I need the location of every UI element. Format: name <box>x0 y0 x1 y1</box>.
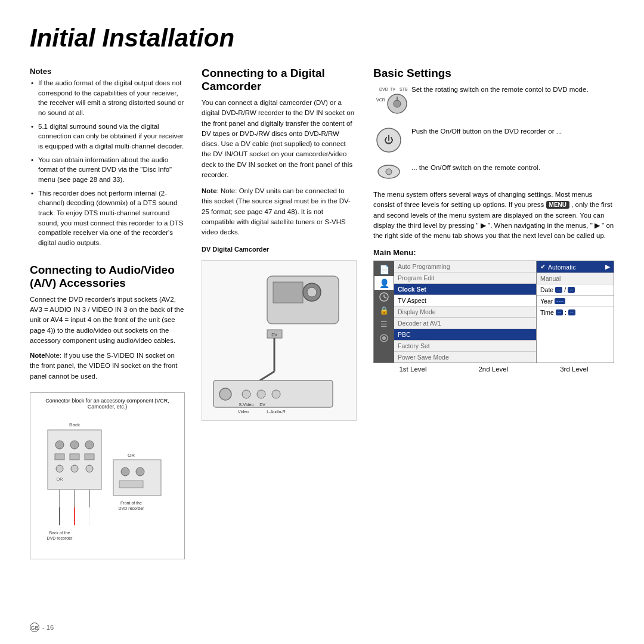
dv-text1: You can connect a digital camcorder (DV)… <box>202 98 357 180</box>
page-num-text: - 16 <box>42 624 54 631</box>
onoff-switch-diagram <box>373 163 404 182</box>
menu-item-clock-set: Clock Set <box>394 284 536 295</box>
menu-icon-3 <box>374 290 394 304</box>
svg-point-54 <box>386 169 392 175</box>
connector-title: Connector block for an accessory compone… <box>35 398 179 410</box>
svg-point-9 <box>71 465 78 472</box>
menu-item-prog-edit: Program Edit <box>394 273 536 284</box>
gb-badge: GB <box>30 623 39 632</box>
page-title: Initial Installation <box>30 24 614 52</box>
level-3-label: 3rd Level <box>560 366 588 373</box>
remote-text-1: Set the rotating switch on the remote co… <box>411 85 589 95</box>
dv-diagram: DV S-Video DV Video <box>202 260 357 421</box>
svg-point-16 <box>121 467 129 476</box>
menu-item-auto-prog: Auto Programming <box>394 261 536 273</box>
menu-item-display-mode: Display Mode <box>394 306 536 318</box>
menu-items-col: Auto Programming Program Edit Clock Set … <box>394 261 536 363</box>
arrow-right-icon: ▶ <box>605 263 610 271</box>
menu-third-level: ✔ Automatic ▶ Manual Date -- / -- Year -… <box>536 261 614 363</box>
svg-text:S-Video: S-Video <box>239 402 254 407</box>
automatic-label: Automatic <box>548 264 576 271</box>
svg-rect-28 <box>273 282 303 303</box>
svg-text:⏻: ⏻ <box>384 135 394 145</box>
svg-text:DV: DV <box>259 402 265 407</box>
dv-svg: DV S-Video DV Video <box>208 264 351 413</box>
onoff-svg <box>375 163 402 181</box>
menu-icon-1: 📄 <box>374 262 394 276</box>
svg-text:DVD: DVD <box>379 87 388 91</box>
page: Initial Installation Notes If the audio … <box>0 0 644 644</box>
svg-rect-19 <box>119 481 143 488</box>
svg-point-37 <box>242 390 250 398</box>
power-button-diagram: ⏻ <box>373 126 404 156</box>
third-time: Time -- : -- <box>537 307 614 318</box>
connector-svg: Back OR <box>42 412 173 543</box>
document-icon: 📄 <box>379 265 389 274</box>
dv-note: Note: Note: Only DV units can be connect… <box>202 186 357 237</box>
column-2: Connecting to a Digital Camcorder You ca… <box>202 67 357 626</box>
svg-point-3 <box>70 441 79 449</box>
svg-text:Front of the: Front of the <box>120 501 142 505</box>
notes-list: If the audio format of the digital outpu… <box>30 78 185 248</box>
svg-point-8 <box>56 465 63 472</box>
av-section-title: Connecting to Audio/Video (A/V) Accessor… <box>30 264 185 290</box>
svg-point-17 <box>136 467 144 476</box>
remote-row-2: ⏻ Push the On/Off button on the DVD reco… <box>373 126 614 156</box>
svg-point-2 <box>55 441 64 449</box>
svg-point-38 <box>257 390 265 398</box>
svg-text:DV: DV <box>271 333 277 337</box>
column-1: Notes If the audio format of the digital… <box>30 67 185 626</box>
level-2-label: 2nd Level <box>478 366 508 373</box>
svg-line-57 <box>384 297 386 298</box>
svg-text:Back of the: Back of the <box>49 531 70 535</box>
svg-point-39 <box>272 390 280 398</box>
page-number: GB - 16 <box>30 623 54 632</box>
third-date: Date -- / -- <box>537 284 614 296</box>
svg-text:L-Audio-R: L-Audio-R <box>267 410 286 413</box>
svg-text:TV: TV <box>390 87 395 91</box>
level-1-label: 1st Level <box>399 366 426 373</box>
menu-item-pbc: PBC <box>394 329 536 340</box>
menu-item-decoder: Decoder at AV1 <box>394 318 536 329</box>
date-dashes: -- <box>555 287 562 293</box>
switch-diagram: DVD TV STB VCR <box>373 85 404 119</box>
menu-kbd: MENU <box>546 201 569 209</box>
note-item: You can obtain information about the aud… <box>30 155 185 185</box>
note-item: If the audio format of the digital outpu… <box>30 78 185 118</box>
remote-row-1: DVD TV STB VCR Set the rotating switch o… <box>373 85 614 119</box>
dv-section-title: Connecting to a Digital Camcorder <box>202 67 357 93</box>
menu-icon-2: 👤 <box>374 276 394 290</box>
svg-rect-7 <box>85 454 94 460</box>
menu-item-tv-aspect: TV Aspect <box>394 295 536 306</box>
basic-settings-title: Basic Settings <box>373 67 614 80</box>
level-labels: 1st Level 2nd Level 3rd Level <box>373 366 614 373</box>
svg-point-36 <box>219 388 231 400</box>
remote-text-2: Push the On/Off button on the DVD record… <box>411 126 562 137</box>
svg-point-49 <box>394 100 401 107</box>
svg-text:OR: OR <box>57 477 63 481</box>
lock-icon: 🔒 <box>379 306 389 315</box>
menu-icon-6 <box>374 331 394 345</box>
svg-point-30 <box>307 287 317 297</box>
svg-rect-15 <box>113 460 161 496</box>
note-item: This recorder does not perform internal … <box>30 188 185 248</box>
svg-text:DVD recorder: DVD recorder <box>47 536 73 540</box>
svg-text:DVD recorder: DVD recorder <box>119 506 144 510</box>
year-label: Year <box>540 298 553 305</box>
rotary-switch-svg: DVD TV STB VCR <box>373 85 415 117</box>
list-icon: ☰ <box>380 320 388 329</box>
time-dashes2: -- <box>568 309 575 315</box>
dv-diagram-label: DV Digital Camcorder <box>202 246 357 253</box>
menu-icons-col: 📄 👤 <box>374 261 394 363</box>
remote-text-3: ... the On/Off switch on the remote cont… <box>411 163 540 173</box>
page-num-value: 16 <box>47 624 54 631</box>
svg-rect-5 <box>55 454 64 460</box>
menu-table: 📄 👤 <box>373 261 614 363</box>
date-slash: / <box>564 286 566 293</box>
third-manual: Manual <box>537 273 614 284</box>
column-3: Basic Settings DVD TV STB VCR Set the r <box>373 67 614 626</box>
time-label: Time <box>540 309 554 316</box>
svg-text:STB: STB <box>400 87 408 91</box>
date-dashes2: -- <box>568 287 575 293</box>
av-note-text: Note: If you use the S-VIDEO IN socket o… <box>30 352 177 380</box>
